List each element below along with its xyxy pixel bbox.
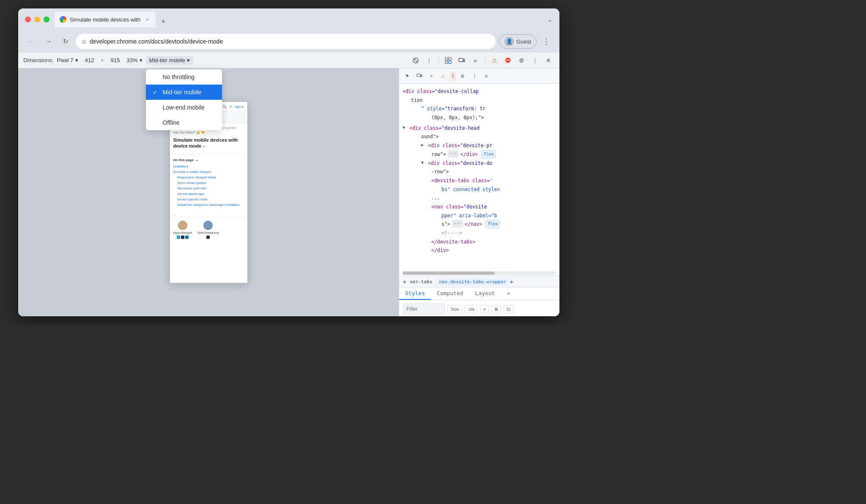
mobile-toc-device-specific: Device-specific mode [173, 197, 244, 202]
html-attr-15: pper" aria-label="b [441, 211, 497, 220]
html-line-9: ▼ <div class="devsite-do [401, 159, 558, 168]
error-count-icon: 1 [452, 74, 454, 78]
maximize-traffic-light[interactable] [44, 16, 49, 22]
html-tag-14: <nav class="devsite [431, 203, 487, 211]
viewport-height-input[interactable]: 915 [107, 57, 123, 63]
github-icon [181, 236, 184, 239]
url-bar[interactable]: ⊙ developer.chrome.com/docs/devtools/dev… [76, 34, 496, 49]
more-options-btn[interactable]: ⋮ [423, 55, 435, 66]
html-attr-3: " style="transform: tr [421, 104, 485, 113]
mobile-toc-heading: On this page [173, 158, 194, 162]
class-button[interactable]: .cls [465, 305, 478, 313]
throttle-low-end[interactable]: Low-end mobile [146, 100, 222, 115]
horizontal-scrollbar[interactable] [403, 271, 556, 275]
throttle-offline[interactable]: Offline [146, 115, 222, 130]
new-tab-button[interactable]: + [157, 16, 169, 27]
offline-label: Offline [163, 119, 180, 126]
throttle-dropdown-icon: ▾ [187, 57, 190, 63]
mobile-page-title: Simulate mobile devices with device mode… [173, 137, 244, 149]
devtools-close-icon[interactable]: ✕ [481, 71, 491, 81]
mobile-toc-pixel-ratio: Set device pixel ratio [173, 186, 244, 191]
refresh-button[interactable]: ↻ [59, 35, 72, 48]
devtools-more-btn[interactable]: ⋮ [529, 55, 541, 66]
mobile-toc-chevron: ⌄ [195, 158, 198, 162]
ellipsis-8[interactable]: ··· [448, 150, 459, 158]
breadcrumb-right-arrow[interactable]: ▶ [510, 279, 513, 285]
html-tag-1: <div class="devsite-collap [403, 87, 479, 96]
devtools-expand-icon[interactable]: » [426, 71, 436, 81]
html-line-5: ▼ <div class="devsite-head [401, 124, 558, 133]
viewport-width-input[interactable]: 412 [82, 57, 98, 63]
svg-rect-5 [449, 61, 451, 63]
breadcrumb-left-arrow[interactable]: ◀ [403, 279, 406, 285]
throttle-label: Mid-tier mobile [149, 57, 185, 63]
no-throttle-icon-btn[interactable] [410, 55, 422, 66]
chevron-right-icon: » [474, 57, 477, 64]
forward-button[interactable]: → [42, 35, 55, 48]
mobile-theme-icon: ☀ [229, 105, 232, 109]
devtools-settings-icon[interactable]: ⚙ [458, 71, 468, 81]
layout-pane-button[interactable]: ⊞ [491, 305, 501, 314]
devtools-icons-header: » ⚠ 1 ⚙ ⋮ ✕ [399, 68, 559, 84]
settings-icon: ⚙ [519, 57, 524, 64]
no-throttle-icon [412, 57, 419, 64]
minimize-traffic-light[interactable] [34, 16, 40, 22]
computed-tab[interactable]: Computed [431, 288, 469, 300]
mobile-toc-responsive: Responsive Viewport Mode [173, 175, 244, 180]
html-text-13: ... [431, 194, 440, 203]
html-code-panel[interactable]: <div class="devsite-collap tion " style=… [399, 84, 559, 271]
devtools-inspect-icon[interactable] [403, 71, 413, 81]
content-area: ≡ Chrome for Developers 🔍 ☀ Sign in Chro… [18, 68, 559, 316]
back-button[interactable]: ← [25, 35, 38, 48]
throttle-no-throttling[interactable]: No throttling [146, 69, 222, 85]
warning-btn[interactable]: ⚠ [488, 55, 500, 66]
dimension-separator: × [101, 58, 104, 63]
settings-btn[interactable]: ⚙ [515, 55, 527, 66]
throttle-menu: No throttling ✓ Mid-tier mobile Low-end … [146, 69, 222, 130]
devtools-error-icon[interactable]: 1 [450, 71, 456, 81]
html-tag-19: </div> [431, 246, 449, 255]
ellipsis-16[interactable]: ··· [452, 220, 463, 227]
styles-tab[interactable]: Styles [399, 288, 431, 300]
toolbar-icons: ⋮ » ⚠ [410, 55, 554, 66]
active-tab[interactable]: Simulate mobile devices with × [55, 11, 156, 27]
error-btn[interactable]: ⛔ [502, 55, 514, 66]
tab-close-button[interactable]: × [144, 16, 151, 23]
breadcrumb-nav-wrapper[interactable]: nav.devsite-tabs-wrapper [436, 278, 509, 285]
window-dropdown-button[interactable]: ⌄ [548, 16, 553, 23]
mobile-search-icon: 🔍 [222, 105, 227, 109]
devtools-warning-icon[interactable]: ⚠ [438, 71, 448, 81]
html-tag-9: <div class="devsite-do [428, 159, 492, 168]
add-style-rule-button[interactable]: + [480, 305, 488, 313]
pseudo-class-button[interactable]: :hov [447, 305, 462, 313]
select-element-btn[interactable] [442, 55, 454, 66]
select-element-icon [445, 57, 452, 64]
svg-rect-2 [445, 58, 448, 60]
devtools-more-icon[interactable]: ⋮ [469, 71, 480, 81]
svg-line-1 [414, 59, 417, 62]
svg-rect-9 [421, 75, 422, 77]
guest-profile-button[interactable]: 👤 Guest [499, 34, 537, 49]
close-devtools-btn[interactable]: ✕ [543, 55, 554, 66]
device-selector[interactable]: Pixel 7 ▾ [57, 57, 78, 63]
close-traffic-light[interactable] [25, 16, 31, 22]
mobile-toc-media: Show media queries [173, 180, 244, 186]
url-text: developer.chrome.com/docs/devtools/devic… [90, 38, 490, 45]
toolbar-separator [438, 56, 439, 65]
linkedin-icon [185, 236, 189, 239]
styles-filter-input[interactable] [403, 304, 445, 315]
html-text-10: -row"> [431, 167, 449, 176]
chrome-menu-button[interactable]: ⋮ [540, 35, 553, 48]
throttle-button[interactable]: Mid-tier mobile ▾ [146, 56, 193, 65]
styles-icon-button[interactable]: ⊡ [504, 305, 513, 314]
device-toggle-btn[interactable] [456, 55, 468, 66]
devtools-device-icon[interactable] [414, 71, 425, 81]
expand-btn[interactable]: » [469, 55, 481, 66]
breadcrumb-ver-tabs[interactable]: ver-tabs [407, 278, 435, 285]
throttle-mid-tier[interactable]: ✓ Mid-tier mobile [146, 85, 222, 100]
title-bar: Simulate mobile devices with × + ⌄ [18, 8, 559, 30]
zoom-selector[interactable]: 33% ▾ [127, 57, 143, 63]
layout-tab[interactable]: Layout [469, 288, 501, 300]
html-comment-17: <!----> [441, 229, 462, 238]
more-tabs-btn[interactable]: » [501, 288, 516, 300]
